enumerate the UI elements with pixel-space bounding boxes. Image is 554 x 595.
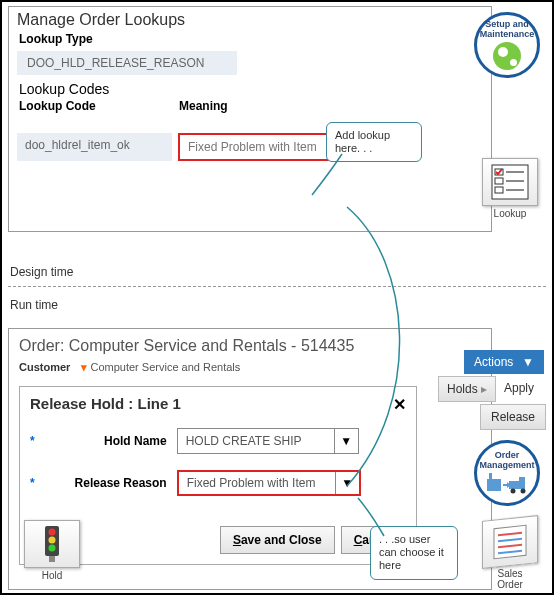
document-icon	[482, 515, 538, 569]
tile-label: Order	[482, 579, 538, 590]
chevron-down-icon: ▼	[522, 355, 534, 369]
actions-button[interactable]: Actions ▼	[464, 350, 544, 374]
meaning-cell[interactable]: Fixed Problem with Item	[178, 133, 348, 161]
svg-point-15	[49, 529, 56, 536]
svg-rect-10	[519, 477, 525, 489]
hold-tile[interactable]: Hold	[24, 520, 80, 581]
hold-name-label: Hold Name	[39, 434, 167, 448]
required-icon: *	[30, 476, 35, 490]
actions-label: Actions	[474, 355, 513, 369]
col-meaning: Meaning	[179, 99, 228, 113]
save-close-button[interactable]: Save and Close	[220, 526, 335, 554]
tile-label: Hold	[24, 570, 80, 581]
lookup-type-value[interactable]: DOO_HLD_RELEASE_REASON	[17, 51, 237, 75]
design-time-label: Design time	[10, 265, 73, 279]
flag-icon: ▾	[81, 361, 87, 373]
apply-button[interactable]: Apply	[494, 376, 544, 400]
holds-button[interactable]: Holds ▸	[438, 376, 496, 402]
sales-order-tile[interactable]: Sales Order	[482, 518, 538, 590]
release-reason-label: Release Reason	[39, 476, 167, 490]
release-reason-row: * Release Reason Fixed Problem with Item…	[30, 470, 406, 496]
lookup-codes-header: Lookup Codes	[9, 79, 491, 97]
checklist-icon	[482, 158, 538, 206]
release-button[interactable]: Release	[480, 404, 546, 430]
tile-label: Lookup	[482, 208, 538, 219]
run-time-label: Run time	[10, 298, 58, 312]
factory-truck-icon	[485, 471, 529, 495]
dialog-buttons: Save and Close Cancel	[30, 526, 406, 554]
tile-label: Sales	[482, 568, 538, 579]
customer-label: Customer	[19, 361, 70, 373]
traffic-light-icon	[24, 520, 80, 568]
release-reason-value: Fixed Problem with Item	[179, 476, 335, 490]
svg-rect-8	[489, 473, 492, 479]
chevron-right-icon: ▸	[481, 382, 487, 396]
release-reason-select[interactable]: Fixed Problem with Item ▼	[177, 470, 361, 496]
hold-name-select[interactable]: HOLD CREATE SHIP ▼	[177, 428, 359, 454]
lookup-code-cell[interactable]: doo_hldrel_item_ok	[17, 133, 172, 161]
required-icon: *	[30, 434, 35, 448]
chevron-down-icon: ▼	[334, 429, 358, 453]
customer-value: Computer Service and Rentals	[90, 361, 240, 373]
svg-point-17	[49, 545, 56, 552]
svg-rect-3	[495, 187, 503, 193]
setup-maintenance-badge: Setup and Maintenance	[474, 12, 540, 78]
callout-user-choose: . . .so user can choose it here	[370, 526, 458, 580]
page-title: Manage Order Lookups	[9, 7, 491, 31]
column-headers: Lookup Code Meaning	[9, 99, 491, 113]
lookup-type-label: Lookup Type	[9, 31, 491, 47]
order-management-badge: Order Management	[474, 440, 540, 506]
hold-name-row: * Hold Name HOLD CREATE SHIP ▼	[30, 428, 406, 454]
badge-line: Management	[479, 461, 534, 471]
svg-rect-18	[49, 556, 55, 562]
divider	[8, 286, 546, 287]
badge-line: Maintenance	[480, 30, 535, 40]
svg-rect-7	[487, 479, 501, 491]
lookup-tile[interactable]: Lookup	[482, 158, 538, 219]
svg-point-12	[521, 488, 526, 493]
close-icon[interactable]: ✕	[393, 395, 406, 414]
dialog-title: Release Hold : Line 1	[30, 395, 406, 412]
svg-rect-2	[495, 178, 503, 184]
svg-point-16	[49, 537, 56, 544]
chevron-down-icon: ▼	[335, 472, 359, 494]
order-title: Order: Computer Service and Rentals - 51…	[9, 329, 491, 359]
manage-lookups-panel: Manage Order Lookups Lookup Type DOO_HLD…	[8, 6, 492, 232]
col-lookup-code: Lookup Code	[19, 99, 179, 113]
svg-point-11	[511, 488, 516, 493]
customer-line: Customer ▾ Computer Service and Rentals	[9, 359, 491, 382]
callout-add-lookup: Add lookup here. . .	[326, 122, 422, 162]
hold-name-value: HOLD CREATE SHIP	[178, 434, 334, 448]
gear-icon	[493, 42, 521, 70]
